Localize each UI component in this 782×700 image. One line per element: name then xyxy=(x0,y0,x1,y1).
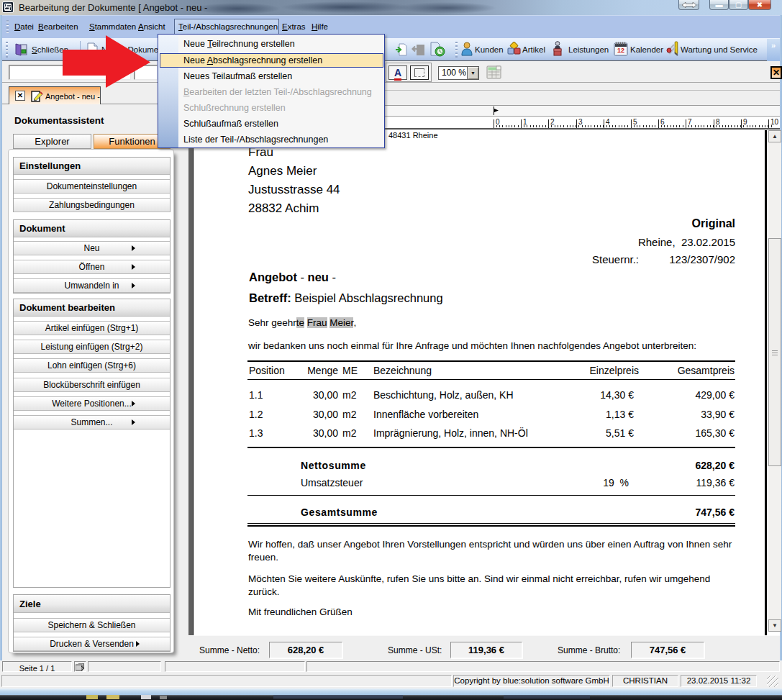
svg-text:12: 12 xyxy=(617,47,624,54)
